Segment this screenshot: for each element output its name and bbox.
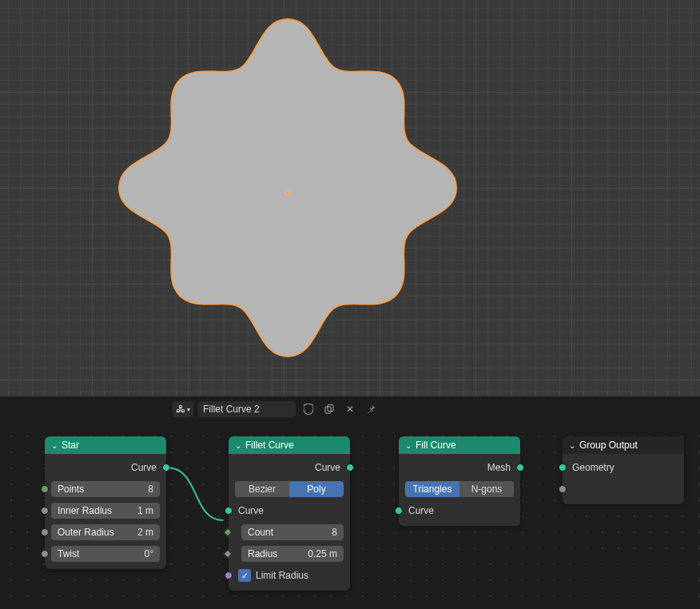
socket-in-geometry: Geometry bbox=[569, 459, 678, 476]
socket-in-curve: Curve bbox=[235, 502, 344, 519]
unlink-icon[interactable]: ✕ bbox=[342, 401, 358, 417]
option-triangles[interactable]: Triangles bbox=[405, 481, 459, 497]
toggle-fillet-mode[interactable]: Bezier Poly bbox=[235, 480, 344, 498]
field-outer-radius[interactable]: Outer Radius2 m bbox=[51, 523, 160, 541]
socket-in-extend bbox=[569, 480, 678, 498]
node-editor-header: 🖧 ▾ Fillet Curve 2 ✕ 📌︎ bbox=[0, 396, 700, 425]
chevron-down-icon: ▾ bbox=[187, 406, 190, 413]
node-star[interactable]: ⌄ Star Curve Points8 Inner Radius1 m Out… bbox=[45, 436, 166, 569]
socket-out-curve: Curve bbox=[235, 459, 344, 476]
node-tree-icon: 🖧 bbox=[176, 404, 185, 415]
socket-out-curve: Curve bbox=[51, 459, 160, 476]
node-title: Fillet Curve bbox=[245, 440, 294, 451]
option-poly[interactable]: Poly bbox=[289, 481, 344, 497]
node-title: Star bbox=[62, 440, 79, 451]
datablock-type-dropdown[interactable]: 🖧 ▾ bbox=[173, 401, 193, 417]
node-header-star[interactable]: ⌄ Star bbox=[45, 436, 166, 454]
chevron-down-icon: ⌄ bbox=[235, 441, 241, 450]
field-count[interactable]: Count8 bbox=[235, 523, 344, 541]
node-group-output[interactable]: ⌄ Group Output Geometry bbox=[563, 436, 684, 504]
checkbox-limit-radius[interactable]: ✓ Limit Radius bbox=[235, 567, 344, 584]
node-fillet-curve[interactable]: ⌄ Fillet Curve Curve Bezier Poly Curve C… bbox=[229, 436, 350, 591]
node-title: Fill Curve bbox=[416, 440, 456, 451]
node-fill-curve[interactable]: ⌄ Fill Curve Mesh Triangles N-gons Curve bbox=[399, 436, 520, 526]
option-ngons[interactable]: N-gons bbox=[459, 481, 514, 497]
node-header-fillet[interactable]: ⌄ Fillet Curve bbox=[229, 436, 350, 454]
socket-out-mesh: Mesh bbox=[405, 459, 514, 476]
option-bezier[interactable]: Bezier bbox=[235, 481, 289, 497]
chevron-down-icon: ⌄ bbox=[405, 441, 412, 450]
shield-icon[interactable] bbox=[300, 401, 316, 417]
datablock-name-field[interactable]: Fillet Curve 2 bbox=[198, 401, 296, 417]
node-header-fill[interactable]: ⌄ Fill Curve bbox=[399, 436, 520, 454]
field-radius[interactable]: Radius0.25 m bbox=[235, 545, 344, 563]
field-twist[interactable]: Twist0° bbox=[51, 545, 160, 563]
node-header-group-output[interactable]: ⌄ Group Output bbox=[563, 436, 684, 454]
chevron-down-icon: ⌄ bbox=[569, 441, 575, 450]
node-editor[interactable]: ⌄ Star Curve Points8 Inner Radius1 m Out… bbox=[0, 425, 700, 609]
duplicate-icon[interactable] bbox=[321, 401, 337, 417]
chevron-down-icon: ⌄ bbox=[51, 441, 58, 450]
pin-icon[interactable]: 📌︎ bbox=[363, 401, 379, 417]
field-points[interactable]: Points8 bbox=[51, 480, 160, 498]
socket-in-curve: Curve bbox=[405, 502, 514, 519]
toggle-fill-mode[interactable]: Triangles N-gons bbox=[405, 480, 514, 498]
node-title: Group Output bbox=[579, 440, 638, 451]
field-inner-radius[interactable]: Inner Radius1 m bbox=[51, 502, 160, 519]
check-icon: ✓ bbox=[238, 569, 251, 582]
origin-indicator bbox=[285, 190, 290, 195]
viewport-3d[interactable] bbox=[0, 0, 700, 396]
